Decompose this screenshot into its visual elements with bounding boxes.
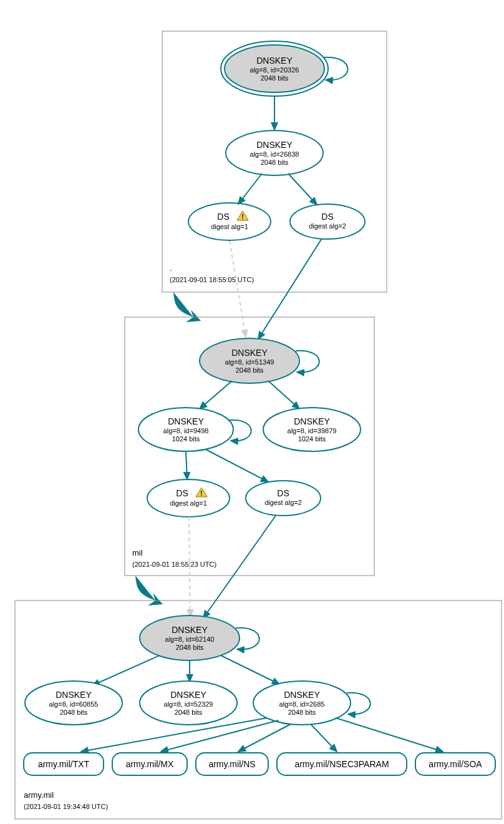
svg-text:!: ! [200,490,202,497]
svg-text:army.mil/SOA: army.mil/SOA [429,759,482,769]
svg-text:1024 bits: 1024 bits [172,435,200,443]
node-army-k1: DNSKEY alg=8, id=60855 2048 bits [25,681,122,725]
svg-text:2048 bits: 2048 bits [175,709,203,716]
zone-mil-label: mil [132,548,143,557]
svg-text:2048 bits: 2048 bits [176,644,204,651]
edge-root-zsk-ds1 [238,174,262,204]
svg-text:DS: DS [277,488,289,498]
svg-text:2048 bits: 2048 bits [236,366,264,374]
svg-text:digest alg=2: digest alg=2 [264,499,302,506]
svg-text:alg=8, id=52329: alg=8, id=52329 [164,700,213,708]
svg-text:DS: DS [176,488,188,498]
svg-text:DNSKEY: DNSKEY [231,348,268,358]
edge-armyksk-k3 [221,655,279,684]
edge-root-zsk-ds2 [288,174,317,205]
svg-text:alg=8, id=62140: alg=8, id=62140 [165,635,215,643]
svg-text:DNSKEY: DNSKEY [168,416,204,426]
svg-text:DNSKEY: DNSKEY [256,56,293,66]
svg-text:DNSKEY: DNSKEY [294,416,330,426]
svg-text:2048 bits: 2048 bits [60,709,88,716]
edge-milzsk1-ds2 [206,449,268,482]
svg-point-32 [246,481,321,516]
svg-point-13 [290,204,365,239]
svg-text:DS: DS [321,212,333,222]
zone-root-timestamp: (2021-09-01 18:55:05 UTC) [170,276,254,283]
node-mil-zsk2: DNSKEY alg=8, id=39879 1024 bits [263,408,361,451]
edge-milksk-zsk1 [200,381,232,409]
svg-text:alg=8, id=2685: alg=8, id=2685 [279,700,325,708]
svg-text:army.mil/NSEC3PARAM: army.mil/NSEC3PARAM [294,759,389,769]
svg-text:alg=8, id=39879: alg=8, id=39879 [288,427,337,434]
dnssec-chain-diagram: . (2021-09-01 18:55:05 UTC) DNSKEY alg=8… [6,6,504,824]
svg-text:2048 bits: 2048 bits [261,74,289,82]
rr-ns: army.mil/NS [196,753,268,775]
svg-text:2048 bits: 2048 bits [261,159,289,166]
edge-root-ksk-self [323,57,348,81]
svg-text:DS: DS [217,212,229,222]
node-army-k2: DNSKEY alg=8, id=52329 2048 bits [140,681,237,725]
svg-text:alg=8, id=51349: alg=8, id=51349 [225,358,274,366]
svg-point-28 [147,479,230,517]
node-army-ksk: DNSKEY alg=8, id=62140 2048 bits [140,616,240,660]
svg-text:2048 bits: 2048 bits [288,709,316,716]
svg-text:army.mil/TXT: army.mil/TXT [38,759,90,769]
zone-arrow-root-to-mil [173,292,201,322]
node-root-ds1: DS digest alg=1 ! [188,203,271,240]
node-root-zsk: DNSKEY alg=8, id=26838 2048 bits [226,130,323,175]
svg-text:digest alg=2: digest alg=2 [309,222,346,230]
zone-army-timestamp: (2021-09-01 19:34:48 UTC) [24,803,108,810]
node-mil-ds2: DS digest alg=2 [246,481,321,516]
svg-text:alg=8, id=26838: alg=8, id=26838 [250,150,299,158]
node-root-ksk: DNSKEY alg=8, id=20326 2048 bits [221,41,328,96]
edge-k3-mx [161,720,278,752]
edge-k3-ns [238,724,291,752]
svg-text:!: ! [241,213,243,220]
zone-mil-timestamp: (2021-09-01 18:55:23 UTC) [132,561,216,568]
zone-root-label: . [170,263,172,273]
svg-text:alg=8, id=60855: alg=8, id=60855 [49,700,99,708]
edge-root-ds1-milksk [230,241,246,337]
edge-k3-nsec [311,724,337,752]
svg-text:digest alg=1: digest alg=1 [211,223,248,230]
svg-text:DNSKEY: DNSKEY [170,690,206,700]
svg-text:DNSKEY: DNSKEY [284,690,320,700]
svg-text:army.mil/NS: army.mil/NS [208,759,255,769]
rr-mx: army.mil/MX [112,753,187,775]
node-mil-zsk1: DNSKEY alg=8, id=9498 1024 bits [138,408,233,451]
edge-root-ds2-milksk [258,238,322,339]
node-mil-ksk: DNSKEY alg=8, id=51349 2048 bits [200,338,299,383]
rr-soa: army.mil/SOA [415,753,495,775]
edge-milzsk1-ds1 [186,452,187,479]
svg-text:DNSKEY: DNSKEY [56,690,92,700]
edge-armyksk-k1 [92,655,160,685]
zone-army-label: army.mil [24,790,54,800]
svg-text:DNSKEY: DNSKEY [256,140,293,150]
svg-point-9 [188,203,271,240]
edge-k3-soa [336,718,443,752]
svg-text:digest alg=1: digest alg=1 [170,499,207,507]
svg-text:1024 bits: 1024 bits [298,435,326,443]
edge-milksk-zsk2 [268,381,299,409]
zone-arrow-mil-to-army [135,576,163,606]
edge-mil-ds1-armyksk [189,517,190,617]
node-root-ds2: DS digest alg=2 [290,204,365,239]
svg-text:alg=8, id=9498: alg=8, id=9498 [163,427,209,434]
node-mil-ds1: DS digest alg=1 ! [147,479,230,517]
rr-nsec3param: army.mil/NSEC3PARAM [277,753,407,775]
svg-text:DNSKEY: DNSKEY [172,625,208,635]
svg-text:army.mil/MX: army.mil/MX [126,759,174,769]
svg-text:alg=8, id=20326: alg=8, id=20326 [250,66,299,74]
rr-txt: army.mil/TXT [24,753,104,775]
